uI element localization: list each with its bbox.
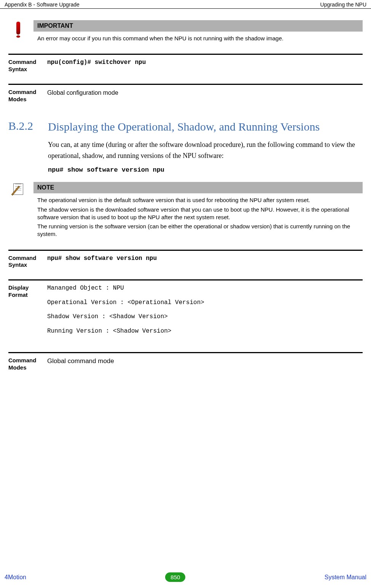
- display-format-block: Display Format Mananged Object : NPU Ope…: [8, 279, 363, 348]
- command-syntax-block-1: Command Syntax npu(config)# switchover n…: [8, 54, 363, 80]
- section-heading: B.2.2 Displaying the Operational, Shadow…: [8, 120, 363, 134]
- note-icon-col: [8, 182, 28, 196]
- footer-left: 4Motion: [5, 574, 26, 581]
- important-box: IMPORTANT An error may occur if you run …: [33, 20, 363, 45]
- important-body: An error may occur if you run this comma…: [33, 32, 363, 45]
- page-number-badge: 850: [165, 572, 185, 582]
- command-modes-block-1: Command Modes Global configuration mode: [8, 84, 363, 110]
- note-text-3: The running version is the software vers…: [37, 223, 359, 238]
- command-syntax-block-2: Command Syntax npu# show software versio…: [8, 250, 363, 276]
- page-content: IMPORTANT An error may occur if you run …: [0, 9, 371, 378]
- important-callout: IMPORTANT An error may occur if you run …: [8, 20, 363, 45]
- cmd-value: Mananged Object : NPU Operational Versio…: [47, 284, 363, 341]
- section-number: B.2.2: [8, 120, 41, 132]
- body-paragraph: You can, at any time (during or after th…: [48, 139, 363, 161]
- display-line-4: Running Version : <Shadow Version>: [47, 327, 363, 336]
- note-title: NOTE: [33, 182, 363, 193]
- cmd-label: Command Modes: [8, 88, 43, 103]
- cmd-label: Command Modes: [8, 356, 43, 371]
- header-left: Appendix B - Software Upgrade: [5, 2, 80, 8]
- page-header: Appendix B - Software Upgrade Upgrading …: [0, 0, 371, 9]
- cmd-label: Command Syntax: [8, 254, 43, 269]
- note-icon: [12, 183, 25, 196]
- note-box: NOTE The operational version is the defa…: [33, 182, 363, 241]
- display-line-3: Shadow Version : <Shadow Version>: [47, 313, 363, 321]
- important-title: IMPORTANT: [33, 20, 363, 32]
- important-icon: [16, 22, 20, 35]
- important-text: An error may occur if you run this comma…: [37, 35, 359, 42]
- note-callout: NOTE The operational version is the defa…: [8, 182, 363, 241]
- cmd-label: Command Syntax: [8, 58, 43, 73]
- note-text-2: The shadow version is the downloaded sof…: [37, 206, 359, 221]
- section-title: Displaying the Operational, Shadow, and …: [48, 120, 320, 134]
- note-body: The operational version is the default s…: [33, 193, 363, 241]
- note-text-1: The operational version is the default s…: [37, 196, 359, 204]
- cmd-value: npu# show software version npu: [47, 254, 363, 263]
- footer-right: System Manual: [325, 574, 366, 581]
- display-line-2: Operational Version : <Operational Versi…: [47, 299, 363, 307]
- cmd-value: Global command mode: [47, 356, 363, 366]
- cmd-value: Global configuration mode: [47, 88, 363, 97]
- cmd-label: Display Format: [8, 284, 43, 299]
- header-right: Upgrading the NPU: [320, 2, 366, 8]
- cmd-value: npu(config)# switchover npu: [47, 58, 363, 67]
- display-line-1: Mananged Object : NPU: [47, 284, 363, 293]
- important-icon-col: [8, 20, 28, 35]
- inline-command: npu# show software version npu: [48, 166, 363, 174]
- page-footer: 4Motion 850 System Manual: [5, 572, 366, 582]
- command-modes-block-2: Command Modes Global command mode: [8, 352, 363, 378]
